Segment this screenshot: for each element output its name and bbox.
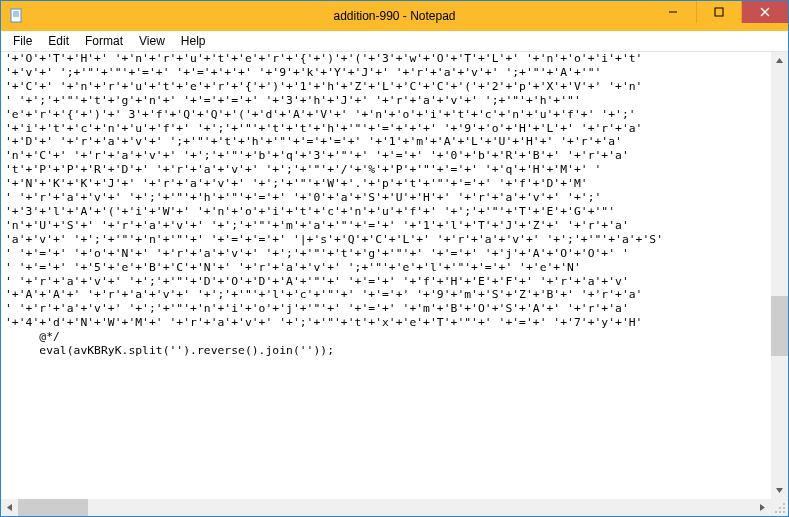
close-icon [760, 7, 770, 17]
menu-help[interactable]: Help [173, 32, 214, 50]
resize-grip-icon [774, 502, 786, 514]
svg-point-13 [779, 507, 781, 509]
menu-bar: File Edit Format View Help [1, 31, 788, 52]
chevron-left-icon [5, 503, 14, 512]
vertical-scroll-thumb[interactable] [771, 296, 788, 356]
minimize-button[interactable] [650, 1, 696, 23]
maximize-icon [714, 7, 724, 17]
scroll-right-button[interactable] [754, 499, 771, 516]
scroll-down-button[interactable] [771, 482, 788, 499]
chevron-up-icon [775, 56, 784, 65]
minimize-icon [668, 7, 678, 17]
window-controls [650, 1, 788, 23]
scroll-up-button[interactable] [771, 52, 788, 69]
resize-corner[interactable] [771, 499, 788, 516]
scroll-left-button[interactable] [1, 499, 18, 516]
svg-rect-5 [715, 8, 723, 16]
svg-marker-10 [7, 504, 12, 511]
menu-format[interactable]: Format [77, 32, 131, 50]
app-icon [9, 8, 25, 24]
menu-file[interactable]: File [5, 32, 40, 50]
chevron-right-icon [758, 503, 767, 512]
horizontal-scroll-thumb[interactable] [18, 499, 88, 516]
close-button[interactable] [742, 1, 788, 23]
title-bar[interactable]: addition-990 - Notepad [1, 1, 788, 31]
horizontal-scrollbar[interactable] [1, 499, 771, 516]
svg-marker-9 [776, 488, 783, 493]
menu-view[interactable]: View [131, 32, 173, 50]
vertical-scroll-track[interactable] [771, 69, 788, 482]
svg-point-12 [783, 503, 785, 505]
text-editor[interactable]: '+'O'+'T'+'H'+' '+'n'+'r'+'u'+'t'+'e'+'r… [1, 52, 788, 516]
horizontal-scroll-track[interactable] [18, 499, 754, 516]
menu-edit[interactable]: Edit [40, 32, 77, 50]
svg-marker-11 [760, 504, 765, 511]
chevron-down-icon [775, 486, 784, 495]
vertical-scrollbar[interactable] [771, 52, 788, 499]
svg-point-14 [783, 507, 785, 509]
maximize-button[interactable] [696, 1, 742, 23]
svg-marker-8 [776, 58, 783, 63]
svg-point-15 [775, 511, 777, 513]
notepad-window: addition-990 - Notepad File Edit Format … [0, 0, 789, 517]
editor-area: '+'O'+'T'+'H'+' '+'n'+'r'+'u'+'t'+'e'+'r… [1, 52, 788, 516]
svg-point-17 [783, 511, 785, 513]
svg-point-16 [779, 511, 781, 513]
